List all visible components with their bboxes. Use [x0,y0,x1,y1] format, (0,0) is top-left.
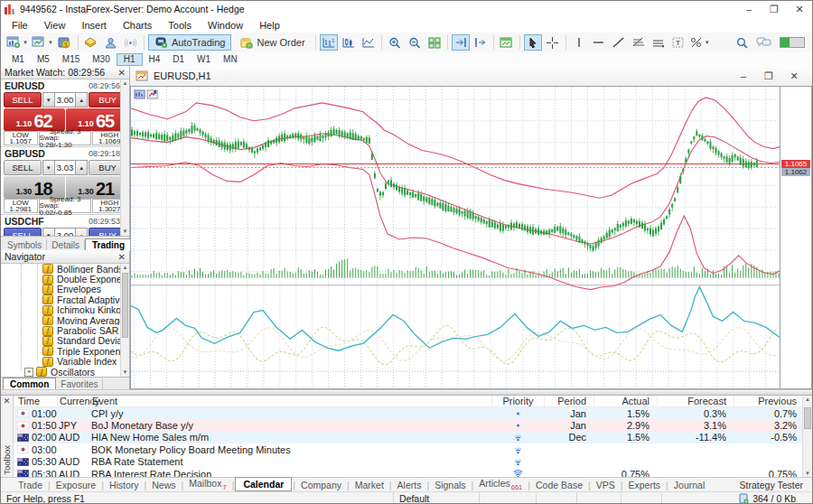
channel-tool-button[interactable] [649,34,668,51]
history-center-button[interactable] [82,34,100,51]
calendar-row[interactable]: 02:00AUDHIA New Home Sales m/mDec1.5%-11… [14,432,802,443]
line-chart-mode-button[interactable] [360,34,378,51]
sell-button[interactable]: SELL [4,160,42,175]
timeframe-m15[interactable]: M15 [56,52,86,66]
menu-view[interactable]: View [36,19,74,32]
scroll-thumb[interactable] [122,273,128,338]
toolbox-tab-vps[interactable]: VPS [592,480,620,490]
bar-chart-mode-button[interactable]: 1 [320,34,338,51]
autotrading-button[interactable]: AutoTrading [148,34,232,51]
scroll-up-icon[interactable]: ▲ [121,79,129,88]
volume-increase-icon[interactable]: ▲ [75,160,88,175]
chart-maximize-button[interactable]: ❐ [756,68,781,84]
market-watch-scrollbar[interactable]: ▲▼ [120,79,129,236]
expand-plus-icon[interactable]: + [24,368,33,377]
menu-window[interactable]: Window [200,19,251,32]
text-tool-button[interactable]: T [669,34,687,51]
scroll-down-icon[interactable]: ▼ [121,369,129,377]
timeframe-d1[interactable]: D1 [166,52,191,66]
toolbox-tab-code-base[interactable]: Code Base [531,480,587,490]
calendar-col-forecast[interactable]: Forecast [657,396,734,406]
volume-decrease-icon[interactable]: ▼ [42,160,55,175]
close-button[interactable]: ✕ [787,1,812,17]
price-scale[interactable]: 1.1065 1.1062 [780,86,812,389]
timeframe-w1[interactable]: W1 [191,52,217,66]
scroll-up-icon[interactable]: ▲ [121,264,129,272]
chat-icon[interactable] [756,37,771,48]
toolbox-tab-market[interactable]: Market [350,480,388,490]
broadcast-button[interactable] [122,34,140,51]
timeframe-h4[interactable]: H4 [143,52,167,66]
tile-windows-button[interactable] [425,34,444,51]
scroll-down-icon[interactable]: ▼ [121,228,129,236]
calendar-row[interactable]: 05:30AUDRBA Rate Statement [14,456,802,468]
cursor-tool-button[interactable] [524,34,542,51]
trendline-tool-button[interactable] [610,34,628,51]
market-watch-close-icon[interactable]: ✕ [118,68,126,78]
calendar-row[interactable]: 03:00BOK Monetary Policy Board Meeting M… [14,443,802,455]
accounts-button[interactable] [102,34,120,51]
toolbox-tab-alerts[interactable]: Alerts [393,480,426,490]
minimize-button[interactable]: – [736,1,762,17]
timeframe-m5[interactable]: M5 [31,52,56,66]
toolbox-tab-calendar[interactable]: Calendar [235,477,292,491]
menu-tools[interactable]: Tools [160,19,200,32]
toolbox-tab-articles[interactable]: Articles661 [474,478,527,491]
search-icon[interactable] [736,37,748,49]
toolbox-tab-history[interactable]: History [105,480,144,490]
sell-button[interactable]: SELL [4,228,42,236]
scroll-thumb[interactable] [804,407,811,429]
chart-minimize-button[interactable]: – [731,68,756,84]
market-watch-button[interactable]: $ [56,34,74,51]
candle-chart-mode-button[interactable] [340,34,358,51]
calendar-col-event[interactable]: Event [91,396,491,406]
toolbox-tab-journal[interactable]: Journal [669,480,709,490]
navigator-scrollbar[interactable]: ▲▼ [120,264,129,377]
timeframe-h1[interactable]: H1 [117,53,143,66]
calendar-row[interactable]: 05:30AUDRBA Interest Rate Decision0.75%0… [14,468,802,477]
chart-close-button[interactable]: ✕ [781,68,807,84]
vertical-line-tool-button[interactable] [570,34,588,51]
toolbox-tab-news[interactable]: News [147,480,180,490]
toolbox-close-icon[interactable]: ✕ [1,397,13,406]
maximize-button[interactable]: ❐ [762,1,787,17]
calendar-row[interactable]: 01:50JPYBoJ Monetary Base y/yJan2.9%3.1%… [14,419,802,431]
navigator-close-icon[interactable]: ✕ [118,252,126,262]
calendar-col-actual[interactable]: Actual [593,396,657,406]
calendar-scrollbar[interactable]: ▲ ▼ [802,396,812,477]
chart-plot-area[interactable] [130,86,780,389]
calendar-col-currency[interactable]: Currency [57,396,91,406]
volume-decrease-icon[interactable]: ▼ [42,92,55,107]
timeframe-mn[interactable]: MN [217,52,244,66]
crosshair-tool-button[interactable] [544,34,562,51]
horizontal-line-tool-button[interactable] [590,34,608,51]
volume-increase-icon[interactable]: ▲ [75,228,88,236]
menu-help[interactable]: Help [251,19,288,32]
scroll-down-icon[interactable]: ▼ [803,471,812,476]
auto-scroll-button[interactable] [452,34,470,51]
menu-charts[interactable]: Charts [115,19,160,32]
sell-button[interactable]: SELL [4,92,42,107]
status-profile[interactable]: Default [393,492,479,504]
calendar-row[interactable]: 01:00CPI y/yJan1.5%0.3%0.7% [14,407,802,419]
volume-increase-icon[interactable]: ▲ [75,92,88,107]
toolbox-tab-exposure[interactable]: Exposure [51,480,100,490]
volume-value[interactable]: 3.03 [55,160,76,175]
volume-value[interactable]: 3.00 [55,92,76,107]
toolbox-tab-mailbox[interactable]: Mailbox7 [184,478,230,491]
nav-tab-common[interactable]: Common [3,378,56,390]
menu-file[interactable]: File [4,19,36,32]
calendar-col-previous[interactable]: Previous [734,396,802,406]
mw-tab-trading[interactable]: Trading [85,238,132,251]
calendar-col-period[interactable]: Period [544,396,593,406]
timeframe-m1[interactable]: M1 [5,52,31,66]
horizontal-splitter[interactable] [1,389,812,396]
timeframe-m30[interactable]: M30 [86,52,116,66]
chart-shift-button[interactable] [472,34,490,51]
scroll-up-icon[interactable]: ▲ [803,397,812,402]
toolbox-tab-company[interactable]: Company [296,480,346,490]
new-order-button[interactable]: New Order [233,34,311,51]
shapes-tool-button[interactable]: ▼ [689,34,711,51]
menu-insert[interactable]: Insert [73,19,115,32]
zoom-in-button[interactable] [386,34,404,51]
